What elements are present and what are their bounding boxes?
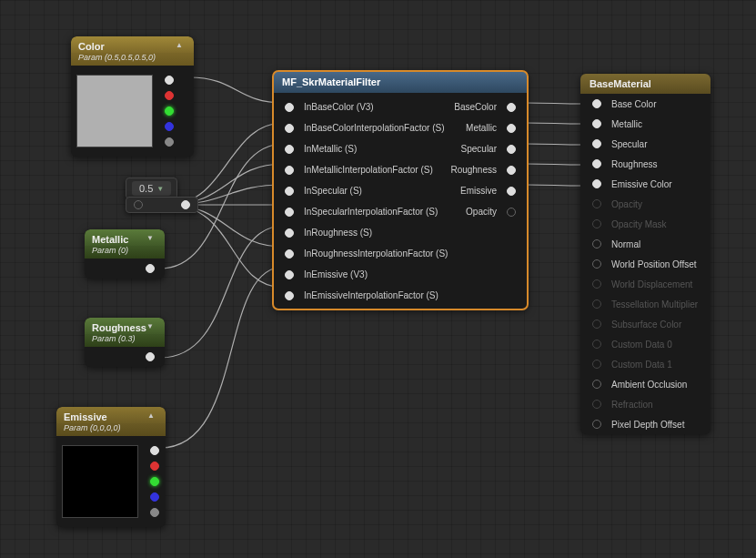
input-label: InSpecular (S) <box>304 186 362 196</box>
node-header[interactable]: BaseMaterial <box>580 74 711 94</box>
input-pin <box>592 279 601 289</box>
output-label: BaseColor <box>454 102 497 112</box>
collapse-icon[interactable]: ▼ <box>146 234 157 245</box>
material-pin: Refraction <box>580 394 711 414</box>
input-pin[interactable] <box>285 208 294 217</box>
material-pin[interactable]: Normal <box>580 234 711 254</box>
input-pin[interactable] <box>285 187 294 196</box>
node-header[interactable]: Metallic ▼ <box>85 229 165 248</box>
pin-label: World Displacement <box>611 279 692 289</box>
node-title: Emissive <box>64 411 107 422</box>
node-title: BaseMaterial <box>590 78 651 89</box>
color-preview <box>76 75 153 147</box>
output-pin-rgb[interactable] <box>165 76 174 85</box>
input-label: InSpecularInterpolationFactor (S) <box>304 207 438 217</box>
material-pin[interactable]: Specular <box>580 134 711 154</box>
pin-label: Subsurface Color <box>611 320 681 330</box>
output-pin-r[interactable] <box>165 91 174 100</box>
output-pin-a[interactable] <box>165 137 174 147</box>
param-node-roughness[interactable]: Roughness ▼ Param (0.3) <box>85 318 165 367</box>
color-preview <box>62 445 138 518</box>
material-function-node[interactable]: MF_SkrMaterialFilter InBaseColor (V3) Ba… <box>273 71 528 309</box>
output-pin-g[interactable] <box>150 477 159 486</box>
input-pin[interactable] <box>592 239 601 249</box>
node-subtitle: Param (0.5,0.5,0.5,0) <box>71 53 194 66</box>
material-pin[interactable]: Emissive Color <box>580 174 711 194</box>
input-pin[interactable] <box>592 139 601 148</box>
output-pin[interactable] <box>507 145 516 154</box>
output-pin-r[interactable] <box>150 462 159 471</box>
input-pin[interactable] <box>592 119 601 128</box>
output-pin[interactable] <box>507 103 516 112</box>
node-header[interactable]: Emissive ▲ <box>56 407 166 425</box>
input-pin[interactable] <box>285 166 294 175</box>
pin-label: Ambient Occlusion <box>611 380 687 390</box>
input-pin[interactable] <box>285 124 294 133</box>
input-pin[interactable] <box>285 228 294 238</box>
output-pin-b[interactable] <box>165 122 174 131</box>
pin-label: Specular <box>611 139 647 149</box>
output-pin-b[interactable] <box>150 492 159 502</box>
material-pin: Tessellation Multiplier <box>580 294 711 314</box>
input-pin[interactable] <box>285 270 294 279</box>
node-title: Metallic <box>92 234 128 245</box>
node-header[interactable]: Roughness ▼ <box>85 318 165 336</box>
collapse-icon[interactable]: ▲ <box>176 41 186 52</box>
collapse-icon[interactable]: ▲ <box>147 411 158 422</box>
input-pin[interactable] <box>592 259 601 269</box>
node-subtitle: Param (0.3) <box>85 334 165 347</box>
input-label: InRoughness (S) <box>304 228 372 238</box>
material-pin[interactable]: Metallic <box>580 114 711 134</box>
output-pin-rgb[interactable] <box>150 446 159 455</box>
dropdown-icon[interactable]: ▼ <box>156 185 164 193</box>
output-pin[interactable] <box>181 200 190 209</box>
input-pin[interactable] <box>134 200 143 209</box>
pin-label: Opacity <box>611 199 642 209</box>
input-pin[interactable] <box>285 291 294 300</box>
output-pin-a[interactable] <box>150 508 159 517</box>
material-pin[interactable]: Ambient Occlusion <box>580 374 711 394</box>
pin-label: Base Color <box>611 99 656 109</box>
node-subtitle: Param (0,0,0,0) <box>56 423 166 436</box>
input-pin[interactable] <box>592 380 601 389</box>
material-pin[interactable]: World Position Offset <box>580 254 711 274</box>
param-node-metallic[interactable]: Metallic ▼ Param (0) <box>85 229 165 279</box>
output-label: Opacity <box>466 207 497 217</box>
output-pin[interactable] <box>146 264 155 273</box>
output-pin-g[interactable] <box>165 107 174 116</box>
input-pin <box>592 199 601 208</box>
material-pin[interactable]: Base Color <box>580 94 711 114</box>
material-pin[interactable]: Roughness <box>580 154 711 174</box>
output-label: Metallic <box>466 123 497 133</box>
input-pin <box>592 299 601 309</box>
input-pin[interactable] <box>592 420 601 429</box>
input-pin <box>592 219 601 228</box>
node-header[interactable]: Color ▲ <box>71 36 194 55</box>
param-node-emissive[interactable]: Emissive ▲ Param (0,0,0,0) <box>56 407 166 527</box>
constant-node-output[interactable] <box>126 197 198 213</box>
pin-label: Custom Data 1 <box>611 360 672 370</box>
input-pin <box>592 340 601 349</box>
input-pin[interactable] <box>592 99 601 108</box>
input-pin[interactable] <box>285 145 294 154</box>
output-pin[interactable] <box>507 208 516 217</box>
input-label: InEmissive (V3) <box>304 269 368 279</box>
input-pin[interactable] <box>592 179 601 188</box>
output-pin[interactable] <box>507 187 516 196</box>
material-output-node[interactable]: BaseMaterial Base ColorMetallicSpecularR… <box>580 74 711 434</box>
pin-label: Pixel Depth Offset <box>611 420 684 430</box>
input-label: InMetallic (S) <box>304 144 357 154</box>
input-pin[interactable] <box>592 159 601 168</box>
material-pin: World Displacement <box>580 274 711 294</box>
input-pin[interactable] <box>285 249 294 259</box>
output-label: Roughness <box>450 165 497 175</box>
input-pin[interactable] <box>285 103 294 112</box>
output-pin[interactable] <box>507 124 516 133</box>
input-label: InBaseColorInterpolationFactor (S) <box>304 123 445 133</box>
collapse-icon[interactable]: ▼ <box>146 322 157 333</box>
material-pin[interactable]: Pixel Depth Offset <box>580 414 711 434</box>
output-pin[interactable] <box>146 352 155 361</box>
output-pin[interactable] <box>507 166 516 175</box>
node-header[interactable]: MF_SkrMaterialFilter <box>273 71 528 93</box>
param-node-color[interactable]: Color ▲ Param (0.5,0.5,0.5,0) <box>71 36 194 157</box>
